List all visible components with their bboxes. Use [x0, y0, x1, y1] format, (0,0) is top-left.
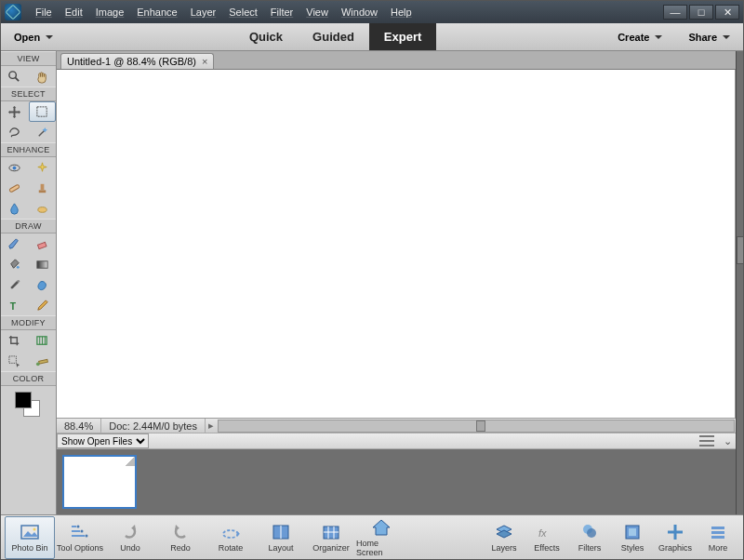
filters-button[interactable]: Filters — [568, 516, 611, 559]
close-tab-icon[interactable]: × — [202, 56, 207, 67]
mode-tab-quick[interactable]: Quick — [234, 23, 298, 50]
styles-label: Styles — [621, 543, 644, 553]
caret-down-icon — [46, 35, 53, 39]
menu-select[interactable]: Select — [222, 5, 264, 20]
menu-help[interactable]: Help — [384, 5, 418, 20]
menu-edit[interactable]: Edit — [59, 5, 89, 20]
redo-icon — [170, 522, 191, 542]
brush-icon — [7, 237, 21, 251]
layout-button[interactable]: Layout — [256, 516, 306, 559]
doc-info[interactable]: Doc: 2.44M/0 bytes — [101, 419, 206, 433]
share-menu-button[interactable]: Share — [675, 32, 743, 43]
tool-options-button[interactable]: Tool Options — [55, 516, 105, 559]
bucket-icon — [7, 258, 21, 272]
horizontal-scrollbar[interactable] — [218, 420, 735, 433]
panel-grip-icon[interactable] — [737, 236, 744, 264]
graphics-button[interactable]: Graphics — [654, 516, 697, 559]
magic-wand-tool[interactable] — [29, 122, 57, 142]
zoom-tool[interactable] — [1, 66, 29, 87]
lasso-tool[interactable] — [1, 122, 29, 142]
organizer-button[interactable]: Organizer — [306, 516, 356, 559]
home-icon — [371, 517, 392, 538]
effects-button[interactable]: Effects — [525, 516, 568, 559]
menubar: FileEditImageEnhanceLayerSelectFilterVie… — [1, 1, 743, 23]
canvas[interactable] — [57, 70, 736, 418]
spot-heal-tool[interactable] — [1, 178, 29, 198]
window-maximize-button[interactable]: □ — [689, 5, 713, 20]
undo-button[interactable]: Undo — [105, 516, 155, 559]
more-button[interactable]: More — [697, 516, 739, 559]
hand-tool[interactable] — [29, 66, 57, 87]
color-swatch[interactable] — [15, 392, 43, 418]
rotate-button[interactable]: Rotate — [206, 516, 256, 559]
bin-menu-icon[interactable] — [699, 435, 714, 447]
stage: Untitled-1 @ 88.4% (RGB/8) × 88.4% Doc: … — [57, 51, 736, 514]
brush-tool[interactable] — [1, 233, 29, 254]
menu-image[interactable]: Image — [89, 5, 131, 20]
pencil-tool[interactable] — [29, 295, 57, 315]
whiten-tool[interactable] — [29, 157, 57, 178]
menu-enhance[interactable]: Enhance — [130, 5, 183, 20]
window-close-button[interactable]: ✕ — [715, 5, 739, 20]
blur-tool[interactable] — [1, 198, 29, 219]
recompose-icon — [35, 334, 49, 348]
mode-tab-expert[interactable]: Expert — [369, 23, 436, 50]
menu-file[interactable]: File — [29, 5, 59, 20]
menu-window[interactable]: Window — [335, 5, 384, 20]
gradient-icon — [35, 258, 49, 272]
menu-filter[interactable]: Filter — [264, 5, 299, 20]
tool-section-enhance: ENHANCE — [1, 142, 56, 157]
home-screen-button[interactable]: Home Screen — [356, 516, 406, 559]
document-tab[interactable]: Untitled-1 @ 88.4% (RGB/8) × — [60, 53, 214, 69]
fill-tool[interactable] — [1, 254, 29, 274]
type-tool[interactable] — [1, 295, 29, 315]
tool-panel: VIEWSELECTENHANCEDRAWMODIFYCOLOR — [1, 51, 57, 514]
gradient-tool[interactable] — [29, 254, 57, 274]
tool-options-label: Tool Options — [57, 543, 103, 553]
eraser-tool[interactable] — [29, 233, 57, 254]
eye-tool[interactable] — [1, 157, 29, 178]
menu-layer[interactable]: Layer — [184, 5, 223, 20]
recompose-tool[interactable] — [29, 330, 57, 351]
menu-items: FileEditImageEnhanceLayerSelectFilterVie… — [29, 5, 418, 20]
content-move-tool[interactable] — [1, 351, 29, 371]
bin-collapse-icon[interactable]: ⌄ — [720, 435, 736, 447]
bin-dropdown[interactable]: Show Open Files — [57, 433, 149, 448]
open-menu-button[interactable]: Open — [1, 23, 66, 50]
crop-tool[interactable] — [1, 330, 29, 351]
create-menu-button[interactable]: Create — [604, 32, 675, 43]
photo-bin-button[interactable]: Photo Bin — [5, 516, 55, 559]
bin-thumbnail[interactable] — [62, 455, 137, 509]
tool-section-modify: MODIFY — [1, 315, 56, 330]
zoom-level[interactable]: 88.4% — [57, 419, 101, 433]
layout-icon — [271, 522, 291, 542]
tool-section-select: SELECT — [1, 87, 56, 101]
menu-view[interactable]: View — [299, 5, 335, 20]
sponge-tool[interactable] — [29, 198, 57, 219]
caret-down-icon — [723, 35, 730, 39]
zoom-icon — [7, 70, 21, 84]
more-icon — [708, 522, 728, 542]
redo-button[interactable]: Redo — [155, 516, 206, 559]
straighten-icon — [35, 354, 49, 368]
graphics-label: Graphics — [658, 543, 692, 553]
foreground-color-swatch[interactable] — [15, 392, 32, 408]
shape-tool[interactable] — [29, 274, 57, 295]
undo-icon — [120, 522, 140, 542]
caret-down-icon — [655, 35, 662, 39]
eyedropper-tool[interactable] — [1, 274, 29, 295]
marquee-icon — [35, 105, 49, 119]
window-minimize-button[interactable]: — — [663, 5, 687, 20]
layers-button[interactable]: Layers — [483, 516, 525, 559]
right-panel-collapsed[interactable] — [736, 51, 743, 514]
clone-stamp-tool[interactable] — [29, 178, 57, 198]
open-label: Open — [14, 32, 40, 43]
marquee-tool[interactable] — [29, 101, 57, 122]
styles-button[interactable]: Styles — [611, 516, 654, 559]
mode-tab-guided[interactable]: Guided — [298, 23, 369, 50]
move-tool[interactable] — [1, 101, 29, 122]
straighten-tool[interactable] — [29, 351, 57, 371]
eye-icon — [7, 161, 21, 175]
info-arrow-icon[interactable]: ▸ — [206, 419, 217, 433]
layers-icon — [494, 522, 514, 542]
